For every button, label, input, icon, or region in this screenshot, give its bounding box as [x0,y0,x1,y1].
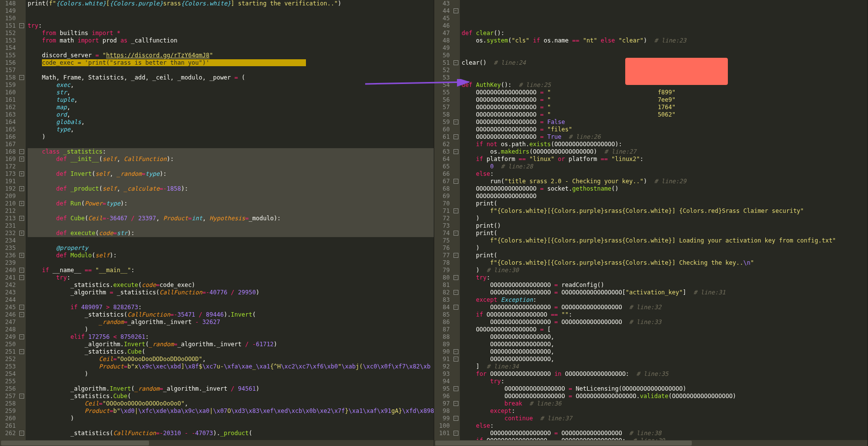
code-line[interactable]: f"{Colors.white}[{Colors.purple}srass{Co… [462,207,868,215]
code-line[interactable] [28,163,434,170]
code-line[interactable]: OOOOOOOOOOOOOOOOO, [462,333,868,341]
fold-collapse-icon[interactable]: − [453,401,458,406]
code-line[interactable]: OOOOOOOOOOOOOOOOO = OOOOOOOOOOOOOOOOO # … [462,430,868,437]
fold-collapse-icon[interactable]: − [19,149,24,154]
fold-collapse-icon[interactable]: − [453,8,458,13]
code-line[interactable] [28,141,434,148]
code-line[interactable]: except: [462,407,868,415]
code-line[interactable]: f"{Colors.white}[{Colors.purple}srass{Co… [462,259,868,267]
code-line[interactable]: ) [28,133,434,141]
fold-collapse-icon[interactable]: − [453,290,458,295]
left-code-pane[interactable]: 1481491501511521531541551561571581591601… [0,0,434,446]
code-line[interactable]: OOOOOOOOOOOOOOOOO, [462,341,868,348]
code-line[interactable] [28,178,434,185]
code-line[interactable]: def Modulo(self): [28,252,434,259]
fold-collapse-icon[interactable]: − [453,149,458,154]
left-fold-gutter[interactable]: −−−+++++++−−−−−−−− [19,0,26,446]
fold-collapse-icon[interactable]: − [19,23,24,28]
code-line[interactable]: OOOOOOOOOOOOOOOOO, [462,348,868,356]
code-line[interactable]: OOOOOOOOOOOOOOOOO = " 7ee9" [462,96,868,104]
code-line[interactable] [28,237,434,244]
code-line[interactable]: OOOOOOOOOOOOOOOOO = "files" [462,126,868,133]
code-line[interactable]: if OOOOOOOOOOOOOOOOO == "": [462,311,868,319]
code-line[interactable]: OOOOOOOOOOOOOOOOO = OOOOOOOOOOOOOOOOO["a… [462,289,868,296]
fold-collapse-icon[interactable]: − [19,394,24,399]
code-line[interactable]: for OOOOOOOOOOOOOOOOO in OOOOOOOOOOOOOOO… [462,370,868,378]
code-line[interactable]: os.system("cls" if os.name == "nt" else … [462,37,868,44]
fold-collapse-icon[interactable]: − [453,208,458,213]
fold-collapse-icon[interactable]: − [453,231,458,236]
code-line[interactable]: _algorithm.Invert(_random=_algorithm._in… [28,385,434,393]
code-line[interactable]: except Exception: [462,296,868,304]
fold-collapse-icon[interactable]: − [19,275,24,280]
code-line[interactable]: _statistics(CallFunction=-35471 / 89446)… [28,311,434,319]
fold-collapse-icon[interactable]: − [453,60,458,65]
code-line[interactable]: discord_server = "https://discord.gg/rTz… [28,52,434,59]
code-line[interactable]: Product=b"\xd0|\xfc\xde\xba\x9c\xa0|\x07… [28,407,434,415]
right-fold-gutter[interactable]: −−−−−−−−−−−−−−−−−− [453,0,460,446]
code-line[interactable]: OOOOOOOOOOOOOOOOO = OOOOOOOOOOOOOOOOO # … [462,304,868,311]
fold-collapse-icon[interactable]: − [453,253,458,258]
code-line[interactable]: OOOOOOOOOOOOOOOOO = " 1764" [462,104,868,111]
code-line[interactable]: print( [462,230,868,237]
code-line[interactable] [462,22,868,30]
fold-collapse-icon[interactable]: − [453,120,458,124]
fold-expand-icon[interactable]: + [19,231,24,236]
code-line[interactable]: OOOOOOOOOOOOOOOOO = OOOOOOOOOOOOOOOOO.va… [462,393,868,400]
code-line[interactable]: print( [462,200,868,207]
code-line[interactable]: from builtins import * [28,30,434,37]
code-line[interactable]: OOOOOOOOOOOOOOOOO = True # line:26 [462,133,868,141]
code-line[interactable]: break # line:36 [462,400,868,407]
code-line[interactable]: def Invert(self, _random=type): [28,170,434,178]
code-line[interactable]: def clear(): [462,30,868,37]
code-line[interactable] [28,296,434,304]
fold-collapse-icon[interactable]: − [453,416,458,421]
fold-collapse-icon[interactable]: − [453,134,458,139]
code-line[interactable] [28,259,434,267]
code-line[interactable] [28,422,434,430]
code-line[interactable]: ) [28,415,434,422]
code-line[interactable]: if __name__ == "__main__": [28,267,434,274]
code-line[interactable]: from math import prod as _callfunction [28,37,434,44]
code-line[interactable]: print( [462,252,868,259]
code-line[interactable]: ) [462,215,868,222]
code-line[interactable]: OOOOOOOOOOOOOOOOO = socket.gethostname() [462,185,868,193]
code-line[interactable]: if not os.path.exists(OOOOOOOOOOOOOOOOO)… [462,141,868,148]
fold-collapse-icon[interactable]: − [19,75,24,80]
left-code-area[interactable]: print(f"{Colors.white}[{Colors.purple}sr… [26,0,434,446]
code-line[interactable]: try: [28,274,434,282]
fold-collapse-icon[interactable]: − [19,431,24,436]
fold-collapse-icon[interactable]: − [453,349,458,354]
code-line[interactable]: try: [28,22,434,30]
fold-collapse-icon[interactable]: − [19,268,24,273]
code-line[interactable]: _algorithm.Invert(_random=_algorithm._in… [28,341,434,348]
code-line[interactable]: _random=_algorithm._invert - 32627 [28,319,434,326]
fold-collapse-icon[interactable]: − [453,386,458,391]
code-line[interactable]: OOOOOOOOOOOOOOOOO = False [462,119,868,126]
code-line[interactable]: code_exec = 'print("srass is better than… [28,59,434,67]
code-line[interactable]: else: [462,170,868,178]
code-line[interactable] [28,7,434,15]
code-line[interactable]: Ceil="OoOOooDooDODooDDOoOOOD", [28,356,434,363]
scrollbar-thumb[interactable] [1,441,149,446]
fold-collapse-icon[interactable]: − [453,275,458,280]
code-line[interactable]: _statistics(CallFunction=-20310 - -47073… [28,430,434,437]
code-line[interactable]: else: [462,422,868,430]
code-line[interactable]: ord, [28,111,434,119]
fold-expand-icon[interactable]: + [19,201,24,206]
code-line[interactable]: try: [462,274,868,282]
code-line[interactable] [28,222,434,230]
fold-expand-icon[interactable]: + [19,216,24,221]
code-line[interactable]: if 489097 > 8282673: [28,304,434,311]
code-line[interactable]: ) [28,326,434,333]
fold-collapse-icon[interactable]: − [453,357,458,362]
code-line[interactable] [28,67,434,74]
code-line[interactable]: elif 172756 < 8750261: [28,333,434,341]
code-line[interactable]: f"{Colors.white}[{Colors.purple}srass{Co… [462,237,868,244]
fold-collapse-icon[interactable]: − [19,312,24,317]
code-line[interactable]: def execute(code=str): [28,230,434,237]
code-line[interactable]: def _product(self, _calculate=-1858): [28,185,434,193]
code-line[interactable]: try: [462,378,868,385]
code-line[interactable]: print(f"{Colors.white}[{Colors.purple}sr… [28,0,434,7]
fold-collapse-icon[interactable]: − [453,305,458,310]
